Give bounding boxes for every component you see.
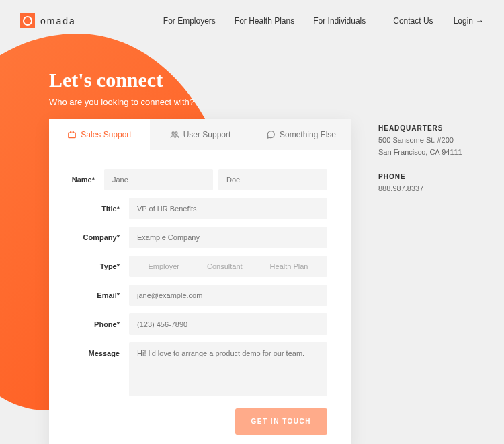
header-right: Contact Us Login → xyxy=(393,16,484,26)
email-label: Email* xyxy=(65,285,129,299)
tab-sales-support[interactable]: Sales Support xyxy=(49,119,150,150)
submit-button[interactable]: GET IN TOUCH xyxy=(235,408,327,435)
svg-rect-0 xyxy=(69,133,76,138)
login-label: Login xyxy=(454,16,473,26)
last-name-field[interactable] xyxy=(218,169,327,190)
hq-address-line1: 500 Sansome St. #200 xyxy=(378,135,462,147)
tab-label: Sales Support xyxy=(81,130,131,139)
type-option-consultant[interactable]: Consultant xyxy=(207,262,243,270)
type-label: Type* xyxy=(65,256,129,270)
page-subtitle: Who are you looking to connect with? xyxy=(49,97,504,107)
arrow-right-icon: → xyxy=(476,16,484,26)
phone-value: 888.987.8337 xyxy=(378,183,462,195)
page-title: Let's connect xyxy=(49,69,504,91)
nav-individuals[interactable]: For Individuals xyxy=(313,16,366,26)
tab-something-else[interactable]: Something Else xyxy=(251,119,351,150)
title-field[interactable] xyxy=(129,198,327,219)
brand-logo[interactable]: omada xyxy=(20,13,76,28)
message-label: Message xyxy=(65,342,129,357)
nav-health-plans[interactable]: For Health Plans xyxy=(235,16,294,26)
hero: Let's connect Who are you looking to con… xyxy=(0,42,504,119)
email-field[interactable] xyxy=(129,285,327,306)
primary-nav: For Employers For Health Plans For Indiv… xyxy=(163,16,366,26)
tab-label: User Support xyxy=(183,130,231,139)
type-option-health-plan[interactable]: Health Plan xyxy=(270,262,308,270)
svg-point-2 xyxy=(175,132,177,135)
message-field[interactable] xyxy=(129,342,327,396)
contact-form-card: Sales Support User Support Something Els… xyxy=(49,119,351,444)
company-label: Company* xyxy=(65,227,129,242)
contact-us-link[interactable]: Contact Us xyxy=(393,16,433,26)
contact-form: Name* Title* Company* Type* xyxy=(49,150,351,444)
type-options: Employer Consultant Health Plan xyxy=(129,256,327,277)
brand-name: omada xyxy=(40,15,76,26)
users-icon xyxy=(170,130,179,139)
login-link[interactable]: Login → xyxy=(454,16,484,26)
type-option-employer[interactable]: Employer xyxy=(149,262,179,270)
hq-address-line2: San Francisco, CA 94111 xyxy=(378,147,462,159)
phone-title: PHONE xyxy=(378,173,462,180)
contact-info-sidebar: HEADQUARTERS 500 Sansome St. #200 San Fr… xyxy=(378,119,462,444)
brand-logo-icon xyxy=(20,13,35,28)
tab-label: Something Else xyxy=(280,130,336,139)
nav-employers[interactable]: For Employers xyxy=(163,16,216,26)
phone-label: Phone* xyxy=(65,313,129,328)
form-tabs: Sales Support User Support Something Els… xyxy=(49,119,351,150)
title-label: Title* xyxy=(65,198,129,213)
site-header: omada For Employers For Health Plans For… xyxy=(0,0,504,42)
briefcase-icon xyxy=(67,130,77,139)
name-label: Name* xyxy=(65,169,104,184)
svg-point-1 xyxy=(172,132,174,135)
main-content: Sales Support User Support Something Els… xyxy=(0,119,504,444)
hq-title: HEADQUARTERS xyxy=(378,124,462,132)
company-field[interactable] xyxy=(129,227,327,248)
first-name-field[interactable] xyxy=(104,169,213,190)
tab-user-support[interactable]: User Support xyxy=(150,119,251,150)
chat-icon xyxy=(266,130,276,139)
phone-field[interactable] xyxy=(129,313,327,335)
